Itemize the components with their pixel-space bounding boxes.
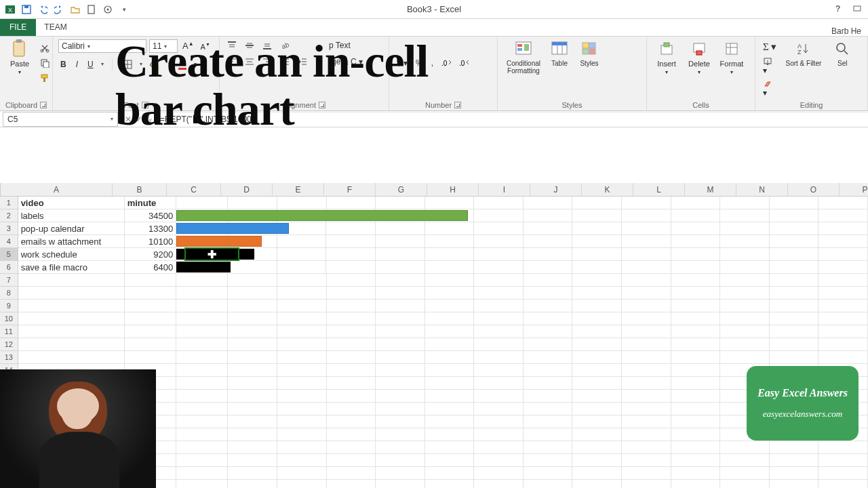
col-header-M[interactable]: M bbox=[685, 183, 736, 196]
cell-J23[interactable] bbox=[524, 480, 573, 488]
col-header-F[interactable]: F bbox=[324, 183, 376, 196]
cell-I14[interactable] bbox=[474, 364, 524, 377]
cell-A10[interactable] bbox=[18, 312, 125, 325]
cell-N10[interactable] bbox=[720, 312, 770, 325]
cell-E16[interactable] bbox=[277, 390, 327, 403]
cell-A5[interactable]: work schedule bbox=[18, 248, 125, 261]
cell-I12[interactable] bbox=[474, 338, 524, 351]
cell-C19[interactable] bbox=[176, 428, 228, 441]
cell-K12[interactable] bbox=[572, 338, 622, 351]
cell-N2[interactable] bbox=[720, 209, 770, 222]
cell-G11[interactable] bbox=[376, 325, 425, 338]
cell-P22[interactable] bbox=[818, 467, 868, 480]
dec-decimal-icon[interactable]: .0 bbox=[457, 58, 471, 68]
borders-icon[interactable] bbox=[121, 58, 134, 70]
inc-decimal-icon[interactable]: .0 bbox=[439, 58, 453, 68]
row-header-11[interactable]: 11 bbox=[0, 325, 18, 338]
cell-D7[interactable] bbox=[228, 274, 277, 287]
cell-L15[interactable] bbox=[622, 377, 671, 390]
cell-H15[interactable] bbox=[425, 377, 475, 390]
col-header-O[interactable]: O bbox=[788, 183, 840, 196]
cell-O12[interactable] bbox=[770, 338, 819, 351]
cell-K21[interactable] bbox=[572, 454, 622, 467]
cell-M21[interactable] bbox=[671, 454, 721, 467]
cell-I6[interactable] bbox=[474, 261, 524, 274]
cell-P4[interactable] bbox=[818, 235, 868, 248]
cell-L5[interactable] bbox=[622, 248, 671, 261]
cell-E15[interactable] bbox=[277, 377, 327, 390]
cell-A1[interactable]: video bbox=[18, 197, 125, 209]
cell-M18[interactable] bbox=[671, 415, 721, 428]
cell-E6[interactable] bbox=[277, 261, 327, 274]
cell-M12[interactable] bbox=[671, 338, 721, 351]
cell-I2[interactable] bbox=[474, 209, 524, 222]
account-name[interactable]: Barb He bbox=[831, 26, 868, 36]
cell-I1[interactable] bbox=[474, 197, 524, 209]
col-header-C[interactable]: C bbox=[167, 183, 221, 196]
cell-K13[interactable] bbox=[572, 351, 622, 364]
cell-O2[interactable] bbox=[770, 209, 819, 222]
cell-L21[interactable] bbox=[622, 454, 671, 467]
cell-H21[interactable] bbox=[425, 454, 475, 467]
inc-indent-icon[interactable] bbox=[296, 56, 309, 68]
cell-N3[interactable] bbox=[720, 222, 770, 235]
col-header-G[interactable]: G bbox=[376, 183, 427, 196]
cell-N12[interactable] bbox=[720, 338, 770, 351]
cell-L2[interactable] bbox=[622, 209, 671, 222]
help-icon[interactable]: ? bbox=[835, 4, 846, 15]
cell-B4[interactable]: 10100 bbox=[125, 235, 176, 248]
alignment-dialog-launcher[interactable] bbox=[319, 102, 326, 108]
align-left-icon[interactable] bbox=[225, 56, 239, 68]
cell-C11[interactable] bbox=[176, 325, 228, 338]
row-header-9[interactable]: 9 bbox=[0, 300, 18, 312]
cell-P12[interactable] bbox=[818, 338, 868, 351]
cell-A4[interactable]: emails w attachment bbox=[18, 235, 125, 248]
cell-A2[interactable]: labels bbox=[18, 209, 125, 222]
cell-M23[interactable] bbox=[671, 480, 721, 488]
cell-I15[interactable] bbox=[474, 377, 524, 390]
cell-C18[interactable] bbox=[176, 415, 228, 428]
cell-K6[interactable] bbox=[572, 261, 622, 274]
cell-K5[interactable] bbox=[572, 248, 622, 261]
cell-D1[interactable] bbox=[228, 197, 277, 209]
cell-F13[interactable] bbox=[327, 351, 376, 364]
cell-K16[interactable] bbox=[572, 390, 622, 403]
cell-A3[interactable]: pop-up calendar bbox=[18, 222, 125, 235]
cell-B8[interactable] bbox=[125, 287, 176, 300]
cell-H20[interactable] bbox=[425, 441, 475, 454]
cell-D12[interactable] bbox=[228, 338, 277, 351]
cell-K23[interactable] bbox=[572, 480, 622, 488]
cell-M2[interactable] bbox=[671, 209, 721, 222]
cell-H12[interactable] bbox=[425, 338, 475, 351]
clear-icon[interactable]: ▾ bbox=[761, 79, 778, 99]
cell-N5[interactable] bbox=[720, 248, 770, 261]
merge-center-button[interactable]: ge & C ▾ bbox=[330, 56, 365, 68]
cell-I21[interactable] bbox=[474, 454, 524, 467]
cell-K15[interactable] bbox=[572, 377, 622, 390]
cell-E17[interactable] bbox=[277, 403, 327, 415]
cell-J13[interactable] bbox=[524, 351, 573, 364]
cell-P3[interactable] bbox=[818, 222, 868, 235]
name-box[interactable]: C5 ▾ bbox=[3, 112, 118, 127]
col-header-P[interactable]: P bbox=[840, 183, 868, 196]
cell-G12[interactable] bbox=[376, 338, 425, 351]
cell-P13[interactable] bbox=[818, 351, 868, 364]
cell-P10[interactable] bbox=[818, 312, 868, 325]
cell-I3[interactable] bbox=[474, 222, 524, 235]
cell-E13[interactable] bbox=[277, 351, 327, 364]
cell-G13[interactable] bbox=[376, 351, 425, 364]
cell-I19[interactable] bbox=[474, 428, 524, 441]
cell-G15[interactable] bbox=[376, 377, 425, 390]
font-size-combo[interactable]: 11▾ bbox=[149, 39, 178, 53]
open-icon[interactable] bbox=[69, 3, 81, 16]
currency-icon[interactable]: $ ▾ bbox=[395, 57, 410, 69]
cell-H13[interactable] bbox=[425, 351, 475, 364]
cell-N21[interactable] bbox=[720, 454, 770, 467]
cell-P1[interactable] bbox=[818, 197, 868, 209]
save-icon[interactable] bbox=[20, 3, 33, 16]
cell-O11[interactable] bbox=[770, 325, 819, 338]
cell-L18[interactable] bbox=[622, 415, 671, 428]
cell-N23[interactable] bbox=[720, 480, 770, 488]
cell-L8[interactable] bbox=[622, 287, 671, 300]
cell-I4[interactable] bbox=[474, 235, 524, 248]
